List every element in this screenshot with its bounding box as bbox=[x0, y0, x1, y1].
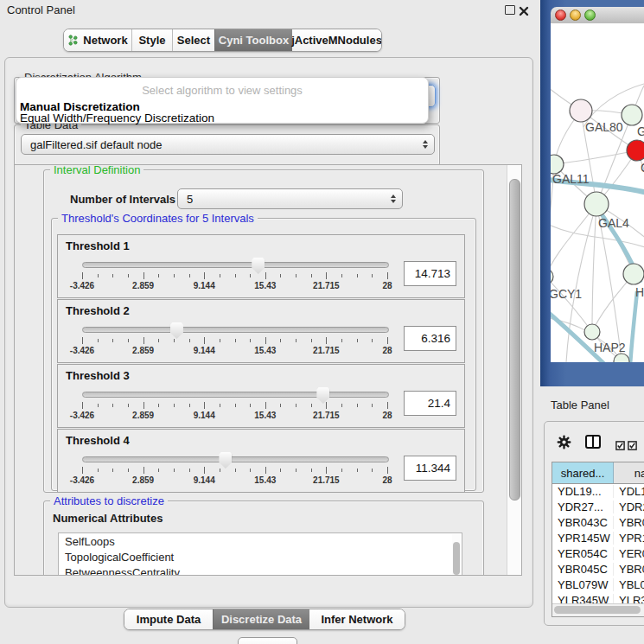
attribute-item-topologicalcoefficient[interactable]: TopologicalCoefficient bbox=[59, 549, 462, 564]
tab-discretize-data[interactable]: Discretize Data bbox=[213, 609, 309, 629]
slider-tick bbox=[158, 404, 159, 407]
threshold-value-input[interactable] bbox=[404, 456, 456, 481]
close-traffic-light-icon[interactable] bbox=[555, 10, 566, 21]
vertical-scrollbar[interactable] bbox=[507, 165, 521, 575]
gear-icon[interactable] bbox=[557, 435, 571, 453]
slider-tick-label: 15.43 bbox=[254, 411, 276, 420]
table-cell[interactable]: YDL19... bbox=[552, 485, 614, 498]
stepper-arrows-icon bbox=[391, 189, 396, 208]
close-icon[interactable] bbox=[519, 4, 529, 20]
table-cell[interactable]: YER054C bbox=[552, 547, 614, 560]
table-row[interactable]: YPR145WYPR1 bbox=[552, 530, 644, 545]
threshold-value-input[interactable] bbox=[404, 326, 456, 351]
tab-cyni-toolbox[interactable]: Cyni Toolbox bbox=[214, 29, 292, 51]
attributes-scrollbar[interactable] bbox=[452, 534, 461, 576]
table-cell[interactable]: YDR27... bbox=[552, 501, 614, 513]
dropdown-option-equal-width-frequency-discretization[interactable]: Equal Width/Frequency Discretization bbox=[20, 112, 214, 124]
slider-tick bbox=[311, 339, 312, 342]
checkbox-checked-icon[interactable] bbox=[628, 438, 637, 454]
table-row[interactable]: YDR27...YDR2 bbox=[552, 499, 644, 514]
attribute-item-selfloops[interactable]: SelfLoops bbox=[59, 533, 462, 549]
horizontal-scrollbar[interactable] bbox=[552, 603, 644, 616]
slider-tick bbox=[296, 469, 296, 472]
threshold-slider-track[interactable] bbox=[82, 392, 389, 398]
tab-network[interactable]: Network bbox=[64, 29, 131, 51]
table-cell[interactable]: YDR2 bbox=[614, 501, 644, 513]
column-header-name[interactable]: name bbox=[614, 462, 644, 483]
slider-tick-label: 15.43 bbox=[254, 346, 276, 355]
threshold-slider-track[interactable] bbox=[82, 456, 389, 462]
zoom-traffic-light-icon[interactable] bbox=[584, 10, 596, 21]
slider-tick bbox=[387, 272, 388, 279]
tab-jactivemnodules[interactable]: jActiveMNodules bbox=[292, 29, 381, 51]
apply-button[interactable]: Apply bbox=[238, 637, 297, 644]
network-node-hap2[interactable] bbox=[584, 324, 600, 340]
table-cell[interactable]: YPR1 bbox=[614, 532, 644, 545]
slider-tick bbox=[174, 404, 175, 407]
table-cell[interactable]: YBR045C bbox=[552, 563, 614, 576]
tab-impute-data[interactable]: Impute Data bbox=[124, 609, 213, 629]
slider-tick-label: 15.43 bbox=[254, 475, 276, 485]
threshold-slider-thumb[interactable] bbox=[252, 258, 265, 274]
slider-tick bbox=[158, 274, 159, 277]
columns-icon[interactable] bbox=[585, 435, 601, 452]
slider-tick bbox=[387, 337, 388, 344]
threshold-slider-thumb[interactable] bbox=[170, 322, 183, 339]
table-data-combobox[interactable]: galFiltered.sif default node bbox=[21, 134, 435, 155]
stepper-arrows-icon bbox=[423, 135, 428, 154]
attributes-scroll-thumb[interactable] bbox=[453, 542, 460, 575]
slider-tick-label: -3.426 bbox=[70, 281, 94, 290]
slider-tick-label: -3.426 bbox=[70, 411, 94, 420]
network-node-gal4[interactable] bbox=[584, 192, 609, 216]
attribute-item-betweennesscentrality[interactable]: BetweennessCentrality bbox=[59, 564, 462, 576]
numerical-attributes-list[interactable]: SelfLoopsTopologicalCoefficientBetweenne… bbox=[58, 532, 462, 576]
tab-style[interactable]: Style bbox=[131, 29, 172, 51]
group-title: Attributes to discretize bbox=[50, 494, 168, 507]
table-row[interactable]: YBL079WYBL0 bbox=[552, 577, 644, 592]
tab-label: Discretize Data bbox=[221, 613, 302, 626]
threshold-slider-track[interactable] bbox=[82, 262, 389, 268]
number-of-intervals-combobox[interactable]: 5 bbox=[177, 188, 403, 209]
slider-tick bbox=[265, 337, 266, 344]
network-node[interactable] bbox=[614, 354, 629, 362]
vertical-scroll-thumb[interactable] bbox=[509, 179, 520, 501]
threshold-value-input[interactable] bbox=[404, 261, 456, 286]
slider-tick bbox=[296, 339, 296, 342]
cyni-toolbox-panel: Discretization Algorithm Table Data galF… bbox=[4, 57, 533, 608]
table-row[interactable]: YER054CYER0 bbox=[552, 545, 644, 561]
network-node-gal11[interactable] bbox=[551, 155, 564, 174]
table-cell[interactable]: YBR0 bbox=[614, 516, 644, 529]
network-node-h[interactable] bbox=[623, 264, 644, 284]
horizontal-scroll-thumb[interactable] bbox=[554, 606, 641, 614]
threshold-slider-track[interactable] bbox=[82, 327, 389, 333]
network-window-titlebar[interactable] bbox=[551, 7, 644, 24]
network-node-ga[interactable] bbox=[622, 105, 642, 125]
network-node-gcy1[interactable] bbox=[551, 269, 553, 284]
threshold-value-input[interactable] bbox=[404, 391, 456, 416]
table-cell[interactable]: YER0 bbox=[614, 547, 644, 560]
threshold-slider-thumb[interactable] bbox=[316, 387, 329, 404]
table-row[interactable]: YDL19...YDL1 bbox=[552, 483, 644, 499]
minimize-traffic-light-icon[interactable] bbox=[570, 10, 581, 21]
column-header-shared-name[interactable]: shared... bbox=[552, 462, 614, 483]
table-cell[interactable]: YBR043C bbox=[552, 516, 614, 529]
table-cell[interactable]: YBR0 bbox=[614, 563, 644, 576]
network-icon bbox=[67, 35, 79, 46]
tab-select[interactable]: Select bbox=[172, 29, 214, 51]
network-node-gal80[interactable] bbox=[570, 99, 592, 122]
checkbox-checked-icon[interactable] bbox=[615, 438, 625, 454]
threshold-box: Threshold 1-3.4262.8599.14415.4321.71528 bbox=[57, 234, 465, 298]
table-row[interactable]: YBR045CYBR0 bbox=[552, 561, 644, 577]
network-canvas[interactable]: GAL80GACGAL11GAL4GCY1HHAP2 bbox=[551, 23, 644, 362]
table-cell[interactable]: YPR145W bbox=[552, 532, 614, 545]
table-cell[interactable]: YBL0 bbox=[614, 578, 644, 591]
slider-tick bbox=[235, 469, 236, 472]
float-window-icon[interactable] bbox=[505, 5, 515, 15]
table-cell[interactable]: YDL1 bbox=[614, 485, 644, 498]
tab-infer-network[interactable]: Infer Network bbox=[309, 609, 405, 629]
network-node-c[interactable] bbox=[627, 140, 644, 161]
threshold-slider-thumb[interactable] bbox=[219, 452, 232, 469]
slider-tick-label: 2.859 bbox=[132, 281, 154, 290]
table-cell[interactable]: YBL079W bbox=[552, 578, 614, 591]
table-row[interactable]: YBR043CYBR0 bbox=[552, 514, 644, 530]
